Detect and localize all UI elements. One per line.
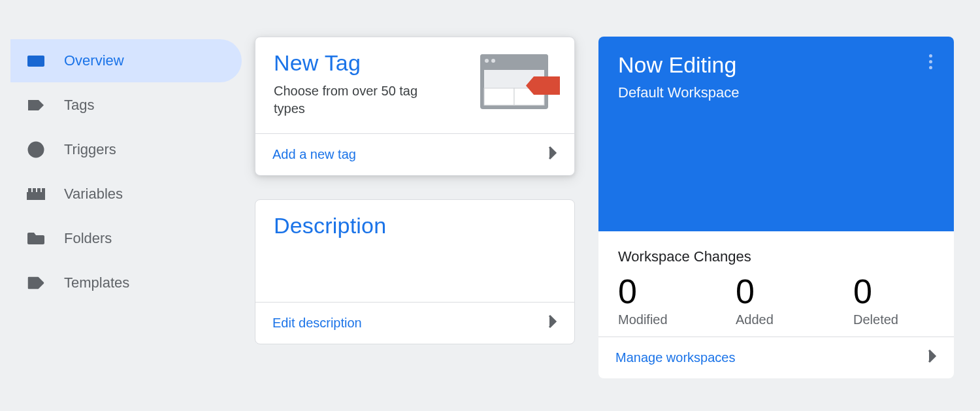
stat-label: Deleted bbox=[853, 312, 932, 327]
svg-rect-6 bbox=[33, 188, 36, 192]
svg-rect-10 bbox=[480, 54, 548, 67]
now-editing-workspace: Default Workspace bbox=[618, 84, 934, 101]
now-editing-card: Now Editing Default Workspace Workspace … bbox=[598, 37, 954, 378]
description-card-body: Description bbox=[255, 200, 574, 302]
now-editing-header: Now Editing Default Workspace bbox=[598, 37, 954, 231]
sidebar-item-label: Variables bbox=[64, 186, 123, 203]
sidebar-item-label: Triggers bbox=[64, 141, 116, 158]
more-options-button[interactable] bbox=[923, 54, 938, 69]
new-tag-subtitle: Choose from over 50 tag types bbox=[274, 82, 444, 118]
stat-value: 0 bbox=[736, 274, 814, 308]
workspace-changes-stats: 0 Modified 0 Added 0 Deleted bbox=[618, 274, 934, 327]
add-new-tag-label: Add a new tag bbox=[272, 147, 356, 162]
description-title: Description bbox=[274, 213, 556, 238]
stat-value: 0 bbox=[853, 274, 932, 308]
chevron-right-icon bbox=[548, 314, 557, 332]
content: New Tag Choose from over 50 tag types bbox=[255, 37, 980, 411]
more-vert-icon bbox=[929, 54, 932, 58]
chevron-right-icon bbox=[928, 349, 937, 367]
variables-icon bbox=[26, 188, 46, 200]
left-column: New Tag Choose from over 50 tag types bbox=[255, 37, 575, 411]
sidebar-item-label: Folders bbox=[64, 230, 112, 247]
sidebar-item-tags[interactable]: Tags bbox=[10, 84, 242, 127]
svg-rect-5 bbox=[28, 188, 31, 192]
svg-point-11 bbox=[485, 59, 489, 63]
sidebar-item-label: Overview bbox=[64, 52, 124, 69]
new-tag-card: New Tag Choose from over 50 tag types bbox=[255, 37, 575, 176]
stat-label: Added bbox=[736, 312, 814, 327]
svg-point-12 bbox=[491, 59, 495, 63]
svg-rect-14 bbox=[484, 88, 514, 105]
sidebar-item-templates[interactable]: Templates bbox=[10, 261, 242, 304]
more-vert-icon bbox=[929, 60, 932, 63]
trigger-icon bbox=[26, 141, 46, 158]
edit-description-button[interactable]: Edit description bbox=[255, 302, 574, 344]
stat-deleted: 0 Deleted bbox=[853, 274, 932, 327]
svg-rect-0 bbox=[27, 56, 44, 59]
now-editing-title: Now Editing bbox=[618, 52, 934, 78]
sidebar-item-label: Tags bbox=[64, 97, 94, 114]
svg-rect-7 bbox=[37, 188, 41, 192]
stat-added: 0 Added bbox=[736, 274, 814, 327]
stat-modified: 0 Modified bbox=[618, 274, 696, 327]
manage-workspaces-label: Manage workspaces bbox=[615, 350, 735, 365]
sidebar-item-triggers[interactable]: Triggers bbox=[10, 128, 242, 171]
workspace-changes: Workspace Changes 0 Modified 0 Added 0 D bbox=[598, 231, 954, 337]
add-new-tag-button[interactable]: Add a new tag bbox=[255, 133, 574, 175]
workspace-changes-title: Workspace Changes bbox=[618, 248, 934, 265]
overview-icon bbox=[26, 54, 46, 68]
tag-icon bbox=[26, 99, 46, 112]
svg-point-3 bbox=[32, 146, 40, 154]
more-vert-icon bbox=[929, 66, 932, 69]
tag-illustration-icon bbox=[475, 49, 560, 117]
sidebar-item-folders[interactable]: Folders bbox=[10, 217, 242, 260]
description-card: Description Edit description bbox=[255, 199, 575, 344]
sidebar-item-variables[interactable]: Variables bbox=[10, 173, 242, 216]
manage-workspaces-button[interactable]: Manage workspaces bbox=[598, 337, 954, 378]
chevron-right-icon bbox=[548, 146, 557, 163]
stat-value: 0 bbox=[618, 274, 696, 308]
svg-rect-1 bbox=[29, 59, 43, 65]
right-column: Now Editing Default Workspace Workspace … bbox=[598, 37, 954, 411]
stat-label: Modified bbox=[618, 312, 696, 327]
new-tag-card-body: New Tag Choose from over 50 tag types bbox=[255, 37, 574, 133]
edit-description-label: Edit description bbox=[272, 316, 362, 331]
svg-rect-4 bbox=[27, 192, 45, 200]
folder-icon bbox=[26, 231, 46, 246]
svg-rect-8 bbox=[42, 188, 45, 192]
sidebar-item-label: Templates bbox=[64, 274, 129, 291]
page: Overview Tags Triggers Variables Folders bbox=[0, 0, 980, 411]
sidebar-item-overview[interactable]: Overview bbox=[10, 39, 242, 82]
template-icon bbox=[26, 276, 46, 289]
sidebar: Overview Tags Triggers Variables Folders bbox=[0, 37, 255, 411]
